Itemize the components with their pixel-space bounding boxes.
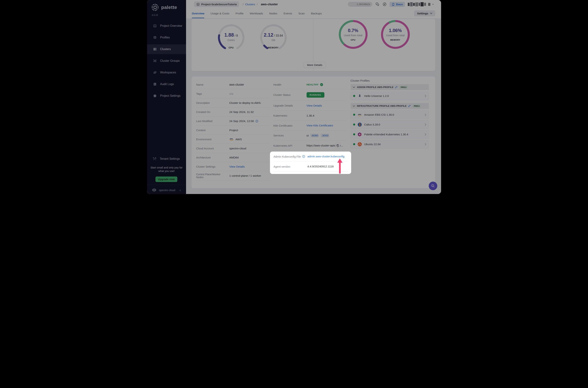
memory-used-value: 2.12 — [264, 32, 273, 38]
top-bar: Project-ScaleSecureTutoria / Clusters / … — [186, 0, 441, 9]
cpu-gauge: 1.88/ 8 Cores CPU — [217, 24, 245, 51]
cluster-profiles-title: Cluster Profiles — [351, 79, 429, 82]
memory-gauge-label: MEMORY — [259, 47, 287, 49]
detail-row-services: Services ui :8080 :3000 — [273, 131, 347, 141]
memory-unit: Gb — [259, 38, 287, 42]
profile-layer-ubuntu[interactable]: Ubuntu 22.04 — [351, 140, 429, 148]
tab-overview[interactable]: Overview — [192, 9, 204, 18]
pink-pointer-arrow — [337, 158, 343, 174]
breadcrumb-separator: / — [257, 3, 257, 6]
spectro-cloud-logo-icon — [152, 188, 157, 192]
upgrade-view-details-link[interactable]: View Details — [307, 104, 322, 107]
chevron-right-icon — [425, 114, 426, 116]
admin-kubeconfig-download-link[interactable]: admin.aws-cluster.kubeconfig — [307, 155, 344, 158]
upgrade-now-button[interactable]: Upgrade now — [156, 176, 177, 182]
tools-icon — [153, 157, 157, 161]
settings-button[interactable]: Settings — [414, 10, 435, 16]
layer-status-dot — [353, 143, 355, 145]
project-selector[interactable]: Project-ScaleSecureTutoria — [194, 1, 239, 7]
app-header: Project-ScaleSecureTutoria / Clusters / … — [186, 0, 441, 18]
sidebar-item-workspaces[interactable]: Workspaces — [147, 68, 186, 77]
cpu-total-value: / 8 — [235, 34, 238, 37]
gear-icon — [153, 94, 157, 98]
proj-scope-badge: PROJ — [412, 104, 421, 108]
calico-icon — [358, 122, 362, 127]
chevron-down-icon — [430, 13, 432, 14]
aws-icon: aws — [229, 138, 234, 141]
detail-row-tags: Tags n/a — [196, 89, 270, 98]
infrastructure-profile-group-header[interactable]: INFRASTRUCTURE PROFILE AWS-PROFILE PROJ — [351, 103, 429, 109]
service-port-3000-link[interactable]: :3000 — [320, 134, 329, 138]
more-details-button[interactable]: More Details — [304, 62, 326, 68]
svg-text:aws: aws — [230, 138, 233, 140]
layers-icon — [153, 36, 157, 39]
ubuntu-icon — [358, 142, 362, 146]
tab-events[interactable]: Events — [284, 9, 292, 18]
sidebar-item-project-settings[interactable]: Project Settings — [147, 91, 186, 101]
app-title: palette — [161, 4, 177, 10]
sidebar-item-profiles[interactable]: Profiles — [147, 33, 186, 43]
info-icon[interactable] — [255, 120, 258, 122]
profile-layer-hello-universe[interactable]: Hello Universe 1.2.0 — [351, 92, 429, 100]
palette-pxk-icon — [358, 132, 362, 137]
aws-icon: aws — [358, 113, 362, 117]
collapse-sidebar-icon[interactable]: ‹ — [180, 188, 181, 192]
cpu-used-value: 1.88 — [224, 32, 234, 38]
detail-row-created-on: Created On 24 Sep 2024, 11:32 — [196, 107, 270, 117]
cluster-tabs: Overview Usage & Costs Profile Workloads… — [186, 9, 441, 18]
sidebar-item-label: Audit Logs — [160, 82, 174, 86]
sidebar-item-clusters[interactable]: Clusters — [147, 44, 186, 54]
docs-button[interactable]: Docs — [390, 2, 405, 7]
tab-nodes[interactable]: Nodes — [269, 9, 277, 18]
detail-row-k8s-certificates: K8s Certificates View K8s Certificates — [273, 121, 347, 131]
tab-usage-costs[interactable]: Usage & Costs — [210, 9, 229, 18]
sidebar-item-cluster-groups[interactable]: Cluster Groups — [147, 56, 186, 66]
chevron-right-icon — [425, 95, 426, 97]
chat-icon[interactable] — [375, 2, 380, 7]
detail-row-architecture: Architecture AMD64 — [196, 153, 270, 162]
tab-backups[interactable]: Backups — [311, 9, 322, 18]
detail-row-admin-kubeconfig: Admin Kubeconfig File admin.aws-cluster.… — [274, 151, 347, 161]
tab-workloads[interactable]: Workloads — [250, 9, 263, 18]
profile-layer-palette-extended-kubernetes[interactable]: Palette eXtended Kubernetes 1.30.4 — [351, 130, 429, 139]
copy-icon — [337, 144, 339, 147]
addon-profile-group-header[interactable]: ADDON PROFILE AWS-PROFILE PROJ — [351, 84, 429, 90]
breadcrumb-separator: / — [243, 3, 243, 6]
compass-icon[interactable] — [383, 2, 387, 6]
hello-universe-icon — [358, 94, 362, 98]
profile-layer-amazon-ebs-csi[interactable]: aws Amazon EBS CSI 1.30.0 — [351, 110, 429, 119]
copy-api-url-button[interactable] — [335, 143, 340, 148]
link-icon[interactable] — [395, 86, 398, 89]
profile-layer-calico[interactable]: Calico 3.28.0 — [351, 120, 429, 129]
search-beacon-button[interactable] — [429, 182, 437, 190]
link-icon[interactable] — [408, 105, 411, 107]
cpu-gauge-label: CPU — [217, 47, 245, 49]
cluster-settings-view-details-link[interactable]: View Details — [229, 165, 245, 168]
sidebar-item-project-overview[interactable]: Project Overview — [147, 21, 186, 31]
breadcrumb-clusters-link[interactable]: Clusters — [245, 3, 255, 6]
check-circle-icon — [320, 83, 323, 86]
chevron-down-icon — [353, 87, 355, 88]
server-icon — [153, 47, 157, 51]
cpu-unit: Cores — [217, 38, 245, 42]
proj-scope-badge: PROJ — [399, 86, 408, 89]
cluster-profiles-panel: Cluster Profiles ADDON PROFILE AWS-PROFI… — [351, 79, 429, 150]
sidebar-item-tenant-settings[interactable]: Tenant Settings — [147, 154, 186, 164]
sidebar-item-label: Project Overview — [160, 24, 182, 27]
service-port-8080-link[interactable]: :8080 — [310, 134, 319, 138]
detail-row-cluster-settings: Cluster Settings View Details — [196, 162, 270, 171]
tab-profile[interactable]: Profile — [236, 9, 244, 18]
magnifier-smile-icon — [430, 184, 435, 188]
tab-scan[interactable]: Scan — [298, 9, 305, 18]
app-version: 4.4.19 — [147, 11, 186, 16]
project-name: Project-ScaleSecureTutoria — [201, 3, 237, 6]
palette-logo: palette — [147, 0, 186, 11]
view-k8s-certificates-link[interactable]: View K8s Certificates — [307, 124, 333, 127]
memory-donut: 1.06% Used from total MEMORY — [381, 20, 410, 49]
sidebar-item-audit-logs[interactable]: Audit Logs — [147, 79, 186, 89]
detail-row-context: Context Project — [196, 126, 270, 135]
breadcrumb-current: aws-cluster — [261, 2, 278, 6]
cpu-donut-label: CPU — [351, 39, 355, 41]
redacted-user-info — [408, 2, 433, 6]
info-icon[interactable] — [302, 155, 305, 158]
